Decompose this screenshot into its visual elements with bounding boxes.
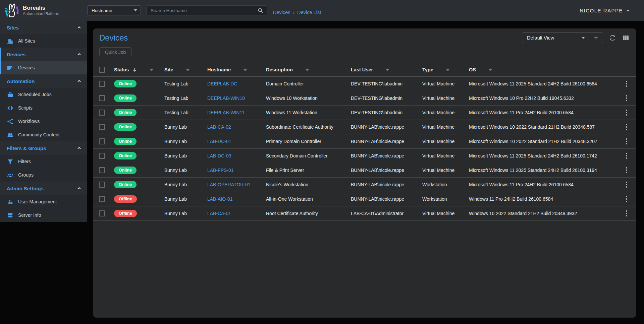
row-checkbox[interactable] — [99, 182, 105, 188]
site-cell: Testing Lab — [164, 110, 207, 115]
row-menu-kebab-icon[interactable] — [623, 181, 631, 189]
user-menu[interactable]: NICOLE RAPPE — [580, 8, 630, 13]
active-section-accent — [0, 48, 1, 74]
row-checkbox[interactable] — [99, 110, 105, 116]
sidebar-item-scripts[interactable]: Scripts — [0, 101, 87, 115]
hostname-link[interactable]: LAB-AIO-01 — [207, 196, 232, 202]
chevron-up-icon — [77, 79, 81, 83]
row-menu-kebab-icon[interactable] — [623, 152, 631, 160]
select-all-checkbox[interactable] — [99, 67, 105, 73]
breadcrumb: Devices › Device List — [273, 10, 321, 15]
table-row: Online Bunny Lab LAB-CA-02 Subordinate C… — [93, 120, 636, 134]
hostname-link[interactable]: LAB-DC-03 — [207, 153, 231, 158]
column-header-last-user[interactable]: Last User — [351, 67, 422, 72]
search-icon[interactable] — [258, 8, 263, 13]
table-row: Online Testing Lab DEEPLAB-WIN10 Windows… — [93, 91, 636, 106]
row-menu-kebab-icon[interactable] — [623, 166, 631, 174]
sidebar-item-devices[interactable]: Devices — [0, 61, 87, 74]
search-box[interactable] — [146, 5, 267, 15]
last-user-cell: DEV-TESTING\labadmin — [351, 81, 422, 86]
hostname-link[interactable]: DEEPLAB-WIN10 — [207, 95, 245, 101]
column-header-description[interactable]: Description — [266, 67, 351, 72]
filter-icon[interactable] — [445, 68, 450, 71]
row-checkbox[interactable] — [99, 153, 105, 159]
row-menu-kebab-icon[interactable] — [623, 137, 631, 145]
add-view-button[interactable]: + — [589, 33, 603, 43]
sort-desc-arrow-icon[interactable] — [132, 67, 137, 72]
type-cell: Workstation — [422, 182, 469, 187]
filter-icon[interactable] — [488, 68, 493, 71]
column-header-status[interactable]: Status — [114, 67, 164, 72]
os-cell: Microsoft Windows 11 2025 Standard 24H2 … — [469, 153, 621, 158]
refresh-icon — [609, 35, 616, 41]
filter-icon[interactable] — [243, 68, 248, 71]
sidebar-item-community-content[interactable]: Community Content — [0, 128, 87, 141]
row-checkbox[interactable] — [99, 210, 105, 216]
last-user-cell: BUNNY-LAB\nicole.rappe — [351, 182, 422, 187]
sidebar-item-scheduled-jobs[interactable]: Scheduled Jobs — [0, 88, 87, 101]
sidebar-item-label: Community Content — [18, 132, 60, 137]
hostname-link[interactable]: LAB-OPERATOR-01 — [207, 182, 251, 187]
sidebar-item-label: All Sites — [18, 38, 35, 44]
columns-button[interactable] — [622, 34, 630, 42]
hostname-link[interactable]: DEEPLAB-DC — [207, 81, 237, 86]
quick-job-button[interactable]: Quick Job — [99, 47, 131, 57]
row-checkbox[interactable] — [99, 167, 105, 173]
sidebar-item-user-management[interactable]: User Management — [0, 195, 87, 208]
row-menu-kebab-icon[interactable] — [623, 80, 631, 88]
hostname-link[interactable]: LAB-CA-01 — [207, 211, 231, 216]
filter-icon[interactable] — [385, 68, 390, 71]
description-cell: All-in-One Workstation — [266, 196, 351, 202]
sidebar-item-groups[interactable]: Groups — [0, 168, 87, 182]
row-menu-kebab-icon[interactable] — [623, 123, 631, 131]
site-cell: Testing Lab — [164, 81, 207, 86]
column-header-os[interactable]: OS — [469, 67, 621, 72]
columns-icon — [623, 35, 629, 41]
column-header-hostname[interactable]: Hostname — [207, 67, 266, 72]
breadcrumb-device-list[interactable]: Device List — [297, 10, 321, 15]
sidebar-section-devices[interactable]: Devices — [0, 48, 87, 61]
sidebar-item-server-info[interactable]: Server Info — [0, 208, 87, 222]
search-field-selector[interactable]: Hostname — [87, 5, 141, 15]
row-menu-kebab-icon[interactable] — [623, 94, 631, 102]
type-cell: Virtual Machine — [422, 211, 469, 216]
search-input[interactable] — [151, 8, 258, 13]
description-cell: Windows 10 Workstation — [266, 95, 351, 101]
sidebar-section-automation[interactable]: Automation — [0, 74, 87, 88]
description-cell: Domain Controller — [266, 81, 351, 86]
row-checkbox[interactable] — [99, 124, 105, 130]
row-checkbox[interactable] — [99, 95, 105, 101]
row-menu-kebab-icon[interactable] — [623, 195, 631, 203]
hostname-link[interactable]: DEEPLAB-WIN11 — [207, 110, 245, 115]
filter-icon[interactable] — [185, 68, 190, 71]
status-badge: Offline — [114, 210, 137, 217]
column-header-type[interactable]: Type — [422, 67, 469, 72]
refresh-button[interactable] — [608, 34, 616, 42]
row-menu-kebab-icon[interactable] — [623, 109, 631, 117]
type-cell: Virtual Machine — [422, 81, 469, 86]
table-row: Offline Bunny Lab LAB-AIO-01 All-in-One … — [93, 192, 636, 206]
breadcrumb-devices[interactable]: Devices — [273, 10, 290, 15]
hostname-link[interactable]: LAB-DC-01 — [207, 139, 231, 144]
row-checkbox[interactable] — [99, 196, 105, 202]
sidebar-item-all-sites[interactable]: All Sites — [0, 34, 87, 48]
hostname-link[interactable]: LAB-CA-02 — [207, 124, 231, 130]
sidebar-item-workflows[interactable]: Workflows — [0, 115, 87, 128]
devices-panel: Devices Quick Job Default View + — [93, 28, 636, 318]
status-badge: Online — [114, 80, 137, 87]
sidebar-section-sites[interactable]: Sites — [0, 21, 87, 34]
column-header-site[interactable]: Site — [164, 67, 207, 72]
view-selector[interactable]: Default View — [522, 33, 589, 43]
row-menu-kebab-icon[interactable] — [623, 209, 631, 217]
filter-icon[interactable] — [149, 68, 154, 71]
row-checkbox[interactable] — [99, 138, 105, 144]
sidebar-section-filters-groups[interactable]: Filters & Groups — [0, 141, 87, 155]
sidebar-item-filters[interactable]: Filters — [0, 155, 87, 168]
filter-icon[interactable] — [305, 68, 310, 71]
sidebar-section-admin-settings[interactable]: Admin Settings — [0, 182, 87, 195]
description-cell: Secondary Domain Controller — [266, 153, 351, 158]
table-row: Online Bunny Lab LAB-DC-01 Primary Domai… — [93, 134, 636, 149]
hostname-link[interactable]: LAB-FPS-01 — [207, 168, 234, 173]
last-user-cell: LAB-CA-01\Administrator — [351, 211, 422, 216]
row-checkbox[interactable] — [99, 81, 105, 87]
